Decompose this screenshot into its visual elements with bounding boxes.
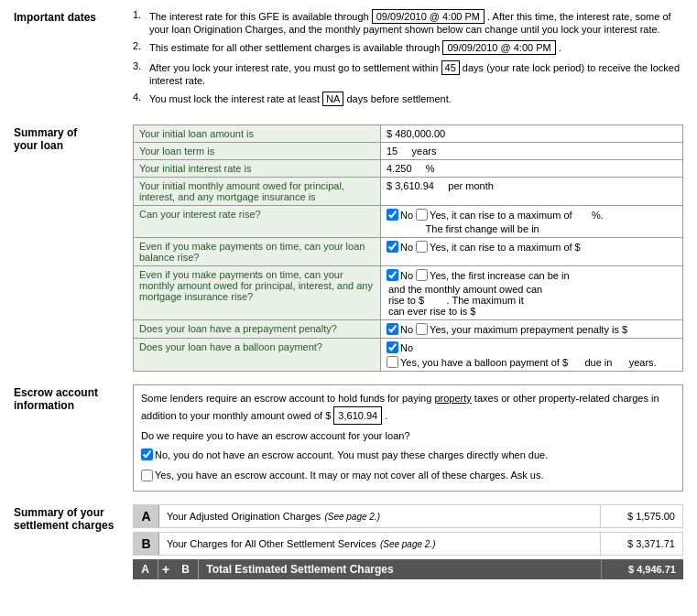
settlement-note-a: (See page 2.)	[324, 512, 380, 522]
checkbox-yes-1[interactable]: Yes, it can rise to a maximum of %.	[416, 209, 604, 221]
checkbox-cell-2: No Yes, it can rise to a maximum of $	[387, 241, 677, 253]
date-text-3: After you lock your interest rate, you m…	[149, 60, 683, 86]
table-row: Even if you make payments on time, can y…	[134, 238, 683, 266]
checkbox-no-1[interactable]: No	[387, 209, 413, 221]
escrow-option-1-input[interactable]	[141, 448, 153, 460]
check-yes-extra-1: The first change will be in	[387, 223, 539, 234]
check-yes-extra-3: and the monthly amount owed can rise to …	[387, 284, 542, 317]
summary-loan-content: Your initial loan amount is $ 480,000.00…	[133, 124, 683, 372]
important-dates-label: Important dates	[14, 9, 133, 112]
date-num-4: 4.	[133, 92, 146, 103]
check-label-5: Does your loan have a balloon payment?	[134, 339, 381, 372]
summary-loan-label: Summary ofyour loan	[14, 124, 133, 372]
settlement-badge-total-a: A	[133, 559, 158, 579]
checkbox-yes-5-input[interactable]	[387, 356, 398, 368]
table-row: Your loan term is 15 years	[134, 143, 683, 160]
check-label-4: Does your loan have a prepayment penalty…	[134, 320, 381, 339]
settlement-total-amount: $ 4,946.71	[601, 559, 683, 579]
checkbox-no-1-input[interactable]	[387, 209, 398, 221]
checkbox-no-4-input[interactable]	[387, 323, 398, 335]
settlement-badge-total-b: B	[173, 559, 199, 579]
check-value-4: No Yes, your maximum prepayment penalty …	[381, 320, 683, 339]
date-box-1: 09/09/2010 @ 4:00 PM	[372, 9, 485, 24]
escrow-section: Escrow accountinformation Some lenders r…	[14, 384, 683, 492]
check-label-1: Can your interest rate rise?	[134, 206, 381, 238]
loan-value-2: 15 years	[381, 143, 683, 160]
checkbox-no-5-input[interactable]	[387, 341, 398, 353]
settlement-total-desc: Total Estimated Settlement Charges	[199, 559, 601, 579]
settlement-amount-b: $ 3,371.71	[600, 533, 682, 555]
settlement-badge-a: A	[134, 505, 159, 527]
check-value-1: No Yes, it can rise to a maximum of %. T…	[381, 206, 683, 238]
checkbox-cell-4: No Yes, your maximum prepayment penalty …	[387, 323, 677, 335]
checkbox-cell-3: No Yes, the first increase can be in and…	[387, 269, 677, 317]
date-text-4: You must lock the interest rate at least…	[149, 92, 452, 106]
loan-label-4: Your initial monthly amount owed for pri…	[134, 178, 381, 206]
checkbox-yes-5[interactable]: Yes, you have a balloon payment of $ due…	[387, 356, 657, 368]
loan-label-1: Your initial loan amount is	[134, 125, 381, 143]
escrow-content: Some lenders require an escrow account t…	[133, 384, 683, 492]
escrow-options: No, you do not have an escrow account. Y…	[141, 448, 675, 486]
loan-value-1: $ 480,000.00	[381, 125, 683, 143]
checkbox-yes-2-input[interactable]	[416, 241, 428, 253]
escrow-box: Some lenders require an escrow account t…	[133, 384, 683, 492]
date-num-3: 3.	[133, 60, 146, 71]
date-item-1: 1. The interest rate for this GFE is ava…	[133, 9, 683, 35]
important-dates-content: 1. The interest rate for this GFE is ava…	[133, 9, 683, 112]
checkbox-no-5[interactable]: No	[387, 341, 413, 353]
settlement-section: Summary of yoursettlement charges A Your…	[14, 504, 683, 583]
date-num-2: 2.	[133, 40, 146, 51]
check-value-3: No Yes, the first increase can be in and…	[381, 266, 683, 320]
checkbox-yes-4-input[interactable]	[416, 323, 428, 335]
escrow-text: Some lenders require an escrow account t…	[141, 391, 675, 425]
escrow-option-2-input[interactable]	[141, 470, 153, 481]
loan-label-3: Your initial interest rate is	[134, 160, 381, 178]
check-label-3: Even if you make payments on time, can y…	[134, 266, 381, 320]
loan-value-4: $ 3,610.94 per month	[381, 178, 683, 206]
date-item-2: 2. This estimate for all other settlemen…	[133, 40, 683, 55]
checkbox-no-2-input[interactable]	[387, 241, 398, 253]
checkbox-yes-3-input[interactable]	[416, 269, 428, 281]
checkbox-yes-4[interactable]: Yes, your maximum prepayment penalty is …	[416, 323, 627, 335]
settlement-note-b: (See page 2.)	[380, 539, 436, 549]
checkbox-no-2[interactable]: No	[387, 241, 413, 253]
checkbox-cell-1: No Yes, it can rise to a maximum of %. T…	[387, 209, 677, 234]
checkbox-yes-1-input[interactable]	[416, 209, 428, 221]
settlement-content: A Your Adjusted Origination Charges (See…	[133, 504, 683, 583]
settlement-total-row: A + B Total Estimated Settlement Charges…	[133, 559, 683, 579]
date-item-3: 3. After you lock your interest rate, yo…	[133, 60, 683, 86]
settlement-desc-b-text: Your Charges for All Other Settlement Se…	[167, 538, 376, 549]
date-item-4: 4. You must lock the interest rate at le…	[133, 92, 683, 106]
settlement-desc-a-text: Your Adjusted Origination Charges	[167, 511, 321, 522]
escrow-option-2[interactable]: Yes, you have an escrow account. It may …	[141, 468, 544, 483]
escrow-option-2-text: Yes, you have an escrow account. It may …	[155, 468, 544, 483]
checkbox-yes-2[interactable]: Yes, it can rise to a maximum of $	[416, 241, 581, 253]
escrow-option-1-text: No, you do not have an escrow account. Y…	[155, 448, 548, 463]
settlement-row-a: A Your Adjusted Origination Charges (See…	[133, 504, 683, 528]
settlement-desc-a: Your Adjusted Origination Charges (See p…	[159, 505, 600, 527]
checkbox-yes-3[interactable]: Yes, the first increase can be in	[416, 269, 569, 281]
escrow-question: Do we require you to have an escrow acco…	[141, 428, 675, 444]
plus-icon: +	[158, 559, 173, 579]
loan-table: Your initial loan amount is $ 480,000.00…	[133, 124, 683, 372]
dates-list: 1. The interest rate for this GFE is ava…	[133, 9, 683, 106]
table-row: Your initial monthly amount owed for pri…	[134, 178, 683, 206]
important-dates-section: Important dates 1. The interest rate for…	[14, 9, 683, 112]
date-box-3: 45	[441, 60, 460, 75]
checkbox-no-3[interactable]: No	[387, 269, 413, 281]
checkbox-no-3-input[interactable]	[387, 269, 398, 281]
table-row: Does your loan have a prepayment penalty…	[134, 320, 683, 339]
checkbox-no-4[interactable]: No	[387, 323, 413, 335]
loan-label-2: Your loan term is	[134, 143, 381, 160]
check-label-2: Even if you make payments on time, can y…	[134, 238, 381, 266]
table-row: Does your loan have a balloon payment? N…	[134, 339, 683, 372]
escrow-amount: 3,610.94	[333, 406, 382, 426]
check-value-2: No Yes, it can rise to a maximum of $	[381, 238, 683, 266]
table-row: Can your interest rate rise? No Yes, it …	[134, 206, 683, 238]
settlement-desc-b: Your Charges for All Other Settlement Se…	[159, 533, 600, 555]
date-box-2: 09/09/2010 @ 4:00 PM	[442, 40, 555, 55]
settlement-row-b: B Your Charges for All Other Settlement …	[133, 532, 683, 556]
escrow-label: Escrow accountinformation	[14, 384, 133, 492]
escrow-option-1[interactable]: No, you do not have an escrow account. Y…	[141, 448, 548, 463]
table-row: Your initial interest rate is 4.250 %	[134, 160, 683, 178]
